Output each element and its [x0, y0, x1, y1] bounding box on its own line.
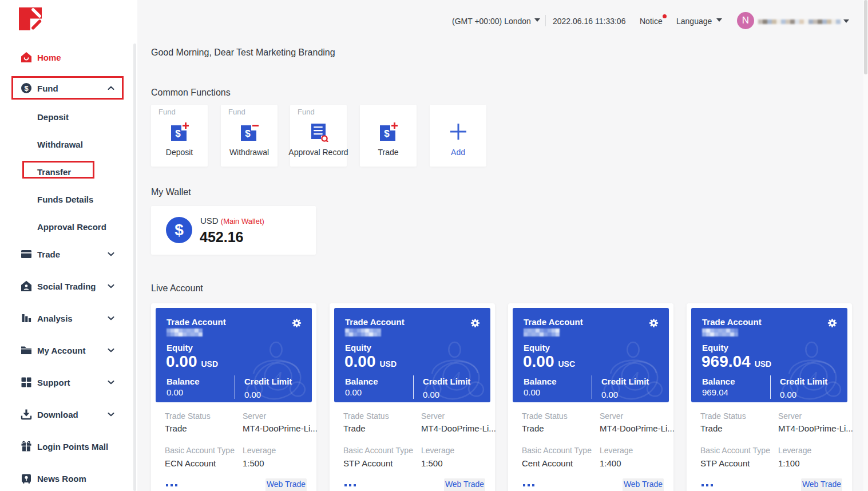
svg-text:$: $ — [384, 128, 390, 139]
svg-text:4: 4 — [809, 369, 818, 386]
svg-text:$: $ — [175, 128, 181, 139]
svg-text:4: 4 — [452, 369, 461, 386]
svg-text:$: $ — [24, 84, 29, 93]
svg-text:4: 4 — [631, 369, 639, 386]
svg-text:$: $ — [245, 128, 251, 139]
svg-text:4: 4 — [274, 369, 282, 386]
